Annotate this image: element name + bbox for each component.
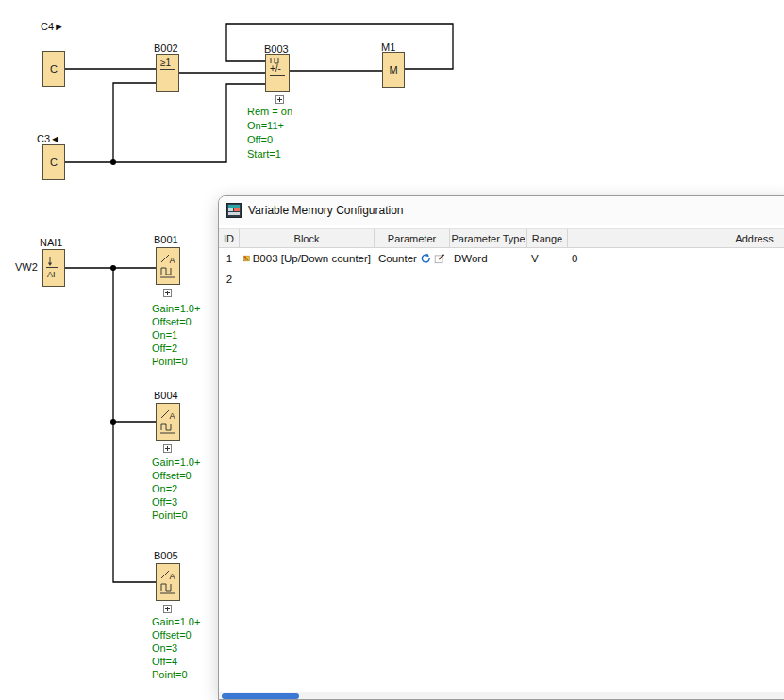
analog-amplifier-icon: A — [158, 569, 177, 595]
divider — [270, 75, 285, 76]
b002-label: B002 — [154, 42, 178, 54]
vw2-address-label: VW2 — [15, 261, 38, 273]
nai1-label: NAI1 — [40, 237, 62, 248]
b003-updown-counter-block[interactable]: +/- — [265, 54, 290, 92]
block-icon — [243, 252, 250, 265]
wire-trunk-b005 — [113, 268, 156, 582]
analog-amplifier-icon: A — [158, 408, 177, 435]
variable-memory-table: ID Block Parameter Parameter Type Range … — [219, 228, 784, 692]
variable-memory-app-icon — [226, 203, 242, 218]
m1-memory-block[interactable]: M — [382, 52, 405, 88]
param-line: Point=0 — [152, 355, 200, 368]
counter-symbol: C — [50, 157, 58, 168]
ai-symbol: AI — [47, 270, 56, 279]
expand-icon[interactable] — [163, 444, 172, 453]
param-line: On=2 — [152, 482, 200, 495]
param-line: Rem = on — [247, 105, 292, 119]
cell-range: V — [527, 248, 568, 269]
expand-icon[interactable] — [163, 605, 172, 613]
cell-block — [240, 269, 375, 290]
cell-range — [527, 269, 568, 290]
b004-analog-threshold-block[interactable]: A — [156, 403, 180, 441]
column-header-parameter-type[interactable]: Parameter Type — [450, 229, 527, 247]
cell-parameter: Counter — [375, 248, 450, 269]
b005-label: B005 — [154, 550, 178, 561]
cell-block-text: B003 [Up/Down counter] — [253, 253, 371, 264]
param-line: Offset=0 — [152, 628, 200, 642]
b003-parameter-text: Rem = on On=11+ Off=0 Start=1 — [247, 105, 292, 161]
analog-amplifier-icon: A — [158, 253, 177, 279]
horizontal-scrollbar[interactable] — [219, 692, 784, 699]
junction-dot — [110, 265, 116, 271]
column-header-address[interactable]: Address — [568, 229, 784, 247]
cell-parameter-type: DWord — [450, 248, 527, 269]
param-line: Point=0 — [152, 668, 200, 681]
horizontal-scrollbar-thumb[interactable] — [222, 693, 299, 699]
table-header: ID Block Parameter Parameter Type Range … — [219, 228, 784, 248]
wire-m1-feedback-b003 — [226, 24, 453, 69]
cell-id: 1 — [219, 248, 240, 269]
param-line: Gain=1.0+ — [152, 615, 200, 628]
b004-label: B004 — [154, 390, 178, 401]
cell-parameter — [375, 269, 450, 290]
param-line: Off=2 — [152, 342, 200, 355]
junction-dot — [110, 159, 116, 165]
cell-parameter-type — [450, 269, 527, 290]
amp-symbol: A — [170, 256, 175, 265]
c4-input-block[interactable]: C — [42, 51, 65, 87]
junction-dot — [110, 419, 116, 425]
param-line: Point=0 — [152, 508, 200, 522]
param-line: Off=4 — [152, 655, 200, 668]
b004-parameter-text: Gain=1.0+ Offset=0 On=2 Off=3 Point=0 — [152, 456, 200, 522]
b001-label: B001 — [154, 234, 178, 245]
column-header-parameter[interactable]: Parameter — [375, 229, 450, 247]
b002-or-block[interactable]: ≥1 — [156, 54, 179, 92]
updown-symbol: +/- — [270, 64, 281, 74]
cell-parameter-text: Counter — [378, 253, 417, 264]
b001-parameter-text: Gain=1.0+ Offset=0 On=1 Off=2 Point=0 — [152, 302, 200, 368]
column-header-id[interactable]: ID — [219, 229, 240, 247]
b001-analog-threshold-block[interactable]: A — [156, 247, 180, 285]
amp-symbol: A — [170, 411, 175, 421]
edit-icon[interactable] — [434, 251, 446, 266]
memory-symbol: M — [389, 64, 397, 75]
cell-block: B003 [Up/Down counter] — [240, 248, 375, 269]
logo-soft-workspace: C4► C B002 ≥1 B003 +/- Rem = on On=11+ O… — [0, 0, 784, 700]
nai1-analog-input-block[interactable]: AI — [42, 249, 65, 287]
param-line: Off=0 — [247, 133, 292, 147]
param-line: On=1 — [152, 328, 200, 342]
param-line: On=3 — [152, 642, 200, 655]
refresh-icon[interactable] — [420, 251, 432, 266]
param-line: Off=3 — [152, 495, 200, 508]
table-row[interactable]: 1 B003 [Up/Down counter] Counter — [219, 248, 784, 269]
param-line: Gain=1.0+ — [152, 302, 200, 315]
param-line: On=11+ — [247, 119, 292, 133]
analog-input-icon: AI — [44, 255, 63, 281]
column-header-range[interactable]: Range — [527, 229, 568, 247]
param-line: Start=1 — [247, 147, 292, 161]
b005-parameter-text: Gain=1.0+ Offset=0 On=3 Off=4 Point=0 — [152, 615, 200, 681]
cell-address: 0 — [568, 248, 784, 269]
wire-c3-b002-branch — [113, 83, 156, 162]
param-line: Gain=1.0+ — [152, 456, 200, 469]
param-line: Offset=0 — [152, 469, 200, 482]
c3-input-block[interactable]: C — [42, 144, 65, 180]
table-row[interactable]: 2 — [219, 269, 784, 290]
amp-symbol: A — [170, 572, 175, 581]
dialog-titlebar[interactable]: Variable Memory Configuration — [219, 196, 784, 225]
c4-input-label: C4► — [41, 21, 64, 32]
param-line: Offset=0 — [152, 315, 200, 328]
expand-icon[interactable] — [275, 95, 284, 104]
or-symbol: ≥1 — [160, 58, 175, 70]
column-header-block[interactable]: Block — [240, 229, 375, 247]
c3-input-label: C3◄ — [37, 133, 60, 144]
b005-analog-threshold-block[interactable]: A — [156, 563, 180, 601]
cell-address — [568, 269, 784, 290]
expand-icon[interactable] — [163, 289, 172, 297]
counter-symbol: C — [50, 63, 58, 75]
cell-id: 2 — [219, 269, 240, 290]
wire-c3-b003 — [65, 84, 265, 162]
dialog-title: Variable Memory Configuration — [248, 204, 404, 217]
variable-memory-dialog: Variable Memory Configuration ID Block P… — [218, 195, 784, 700]
